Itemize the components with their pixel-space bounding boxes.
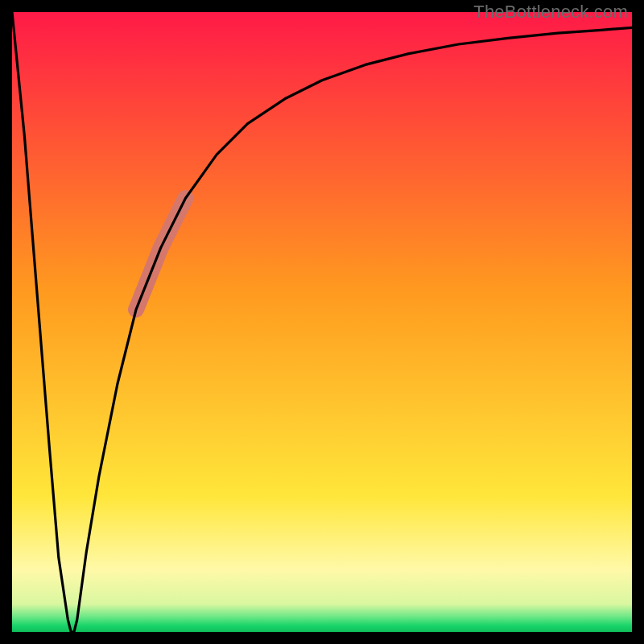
watermark-text: TheBottleneck.com [473,2,628,23]
chart-frame [12,12,632,632]
bottleneck-plot [12,12,632,632]
gradient-background [12,12,632,632]
